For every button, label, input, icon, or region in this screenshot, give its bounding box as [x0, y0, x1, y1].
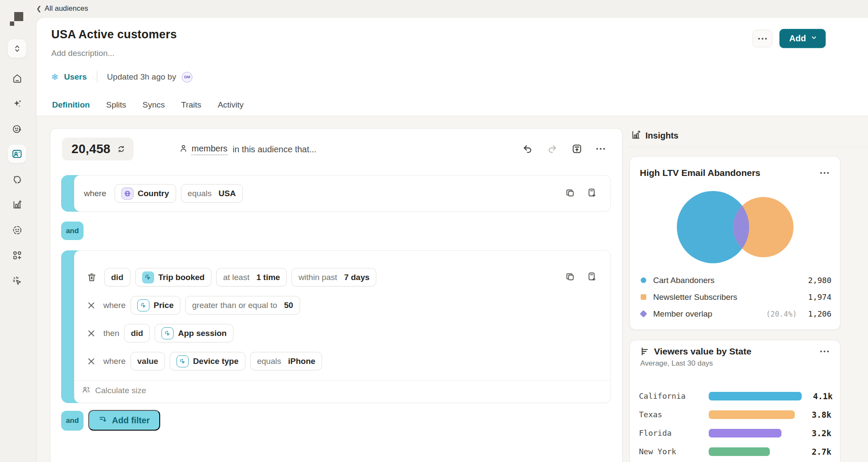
- footer-and-badge[interactable]: and: [61, 411, 84, 431]
- sidebar-item-integrations[interactable]: [7, 246, 27, 265]
- sidebar-item-audiences[interactable]: [7, 144, 27, 163]
- sidebar-item-ai-assistant[interactable]: [7, 94, 27, 113]
- insights-title: Insights: [645, 131, 679, 141]
- venn-card-more-button[interactable]: [818, 169, 831, 176]
- time-window-pill[interactable]: within past 7 days: [291, 268, 376, 286]
- bar-card-header: Viewers value by State: [640, 346, 831, 357]
- property-label: Device type: [193, 357, 239, 366]
- tab-splits[interactable]: Splits: [105, 100, 127, 117]
- condition-block-2: did Trip booked at least 1 time within p…: [61, 250, 611, 403]
- person-icon: [179, 144, 188, 155]
- horizontal-bars-icon: [640, 346, 650, 357]
- connector-label: where: [84, 189, 106, 198]
- logo-square-small: [10, 22, 14, 26]
- property-pill-price[interactable]: Price: [130, 296, 180, 314]
- verb-pill-did[interactable]: did: [104, 268, 130, 286]
- meta-divider: [97, 71, 97, 83]
- description-placeholder[interactable]: Add description...: [51, 49, 115, 58]
- condition-row-device-type: where value Device type equals iPhone: [87, 352, 322, 370]
- remove-filter-icon[interactable]: [87, 329, 96, 338]
- condition-row-price: where Price greater than or equal to 50: [87, 296, 300, 314]
- frequency-pill[interactable]: at least 1 time: [216, 268, 287, 286]
- window-value: 7 days: [344, 273, 369, 282]
- operator-pill-country[interactable]: equals USA: [181, 184, 243, 203]
- bar-card-subtitle: Average, Last 30 days: [640, 359, 713, 368]
- header-more-button[interactable]: [753, 30, 772, 47]
- tab-activity[interactable]: Activity: [217, 100, 245, 117]
- bar-category-label: Florida: [639, 428, 709, 437]
- definition-card: 20,458 members in this audience that...: [50, 128, 623, 462]
- tab-bar: Definition Splits Syncs Traits Activity: [51, 100, 245, 117]
- add-filter-button[interactable]: Add filter: [88, 410, 160, 431]
- sidebar-item-analytics[interactable]: [7, 195, 27, 214]
- block-divider: [74, 380, 611, 381]
- tab-traits[interactable]: Traits: [180, 100, 202, 117]
- source-link[interactable]: Users: [64, 72, 87, 82]
- verb-label: did: [111, 273, 124, 282]
- operator-pill-price[interactable]: greater than or equal to 50: [185, 296, 300, 314]
- tab-syncs[interactable]: Syncs: [142, 100, 166, 117]
- operator-label: equals: [257, 357, 281, 366]
- breadcrumb-back[interactable]: ❮ All audiences: [36, 4, 88, 13]
- verb-label: did: [131, 329, 143, 338]
- verb-pill-did[interactable]: did: [124, 324, 150, 342]
- face-play-icon: [12, 123, 23, 135]
- delete-row-icon[interactable]: [87, 272, 97, 283]
- tab-definition[interactable]: Definition: [51, 100, 91, 117]
- property-pill-country[interactable]: Country: [115, 184, 176, 203]
- operator-label: equals: [188, 189, 212, 198]
- member-count: 20,458: [71, 142, 111, 156]
- sidebar-item-home[interactable]: [7, 68, 27, 88]
- members-row: members in this audience that...: [179, 129, 316, 170]
- filter-icon: [99, 415, 108, 426]
- duplicate-icon[interactable]: [565, 271, 575, 282]
- legend-row: Cart Abandoners2,980: [641, 272, 831, 289]
- sidebar-item-profiles[interactable]: [7, 169, 27, 189]
- add-to-group-icon[interactable]: [586, 188, 597, 198]
- shapes-plus-icon: [12, 250, 23, 261]
- condition-block-1: where Country equals USA: [61, 175, 611, 212]
- duplicate-icon[interactable]: [565, 188, 575, 198]
- bar-category-label: New York: [639, 447, 709, 456]
- avatar[interactable]: DM: [182, 72, 192, 83]
- condition-block-2-card: did Trip booked at least 1 time within p…: [74, 250, 611, 403]
- sidebar-item-workspace-switcher[interactable]: [7, 39, 27, 58]
- property-pill-device-type[interactable]: Device type: [170, 352, 245, 370]
- event-pill-app-session[interactable]: App session: [155, 324, 233, 342]
- remove-filter-icon[interactable]: [87, 301, 96, 310]
- members-link[interactable]: members: [192, 144, 227, 155]
- and-connector-badge[interactable]: and: [61, 222, 84, 240]
- remove-filter-icon[interactable]: [87, 357, 96, 366]
- definition-more-button[interactable]: [596, 148, 605, 150]
- add-button[interactable]: Add: [779, 29, 826, 48]
- calculate-size-button[interactable]: Calculate size: [81, 385, 146, 396]
- refresh-icon[interactable]: [117, 145, 126, 154]
- chevrons-up-down-icon: [12, 44, 22, 53]
- audience-builder-page: ❮ All audiences: [0, 0, 868, 462]
- sidebar-item-magic-actions[interactable]: [7, 271, 27, 290]
- audience-card-sparkle-icon: [11, 148, 23, 160]
- bar-chart: California4.1kTexas3.8kFlorida3.2kNew Yo…: [639, 387, 831, 461]
- header-actions: Add: [753, 29, 826, 48]
- kind-pill-value[interactable]: value: [130, 352, 165, 370]
- chevron-left-icon: ❮: [36, 5, 42, 12]
- operator-pill-device[interactable]: equals iPhone: [250, 352, 322, 370]
- event-pill-trip-booked[interactable]: Trip booked: [135, 268, 212, 286]
- app-logo[interactable]: [10, 12, 24, 26]
- audience-meta: ❄ Users Updated 3h ago by DM: [51, 71, 192, 83]
- event-cursor-icon: [142, 271, 154, 283]
- redo-button[interactable]: [547, 144, 558, 154]
- sidebar-item-journeys[interactable]: [7, 119, 27, 139]
- bar-row: California4.1k: [639, 387, 831, 405]
- undo-button[interactable]: [522, 144, 533, 154]
- bar-row: Florida3.2k: [639, 424, 831, 442]
- save-template-button[interactable]: [571, 143, 583, 154]
- venn-card-header: High LTV Email Abandoners: [640, 168, 831, 178]
- add-to-group-icon[interactable]: [586, 271, 597, 282]
- sidebar-item-recognition[interactable]: [7, 220, 27, 240]
- bar-card-more-button[interactable]: [818, 348, 831, 355]
- legend-row: Newsletter Subscribers1,974: [641, 289, 831, 305]
- calculate-size-label: Calculate size: [95, 386, 146, 395]
- bar-value: 4.1k: [802, 391, 833, 401]
- kind-label: value: [137, 357, 158, 366]
